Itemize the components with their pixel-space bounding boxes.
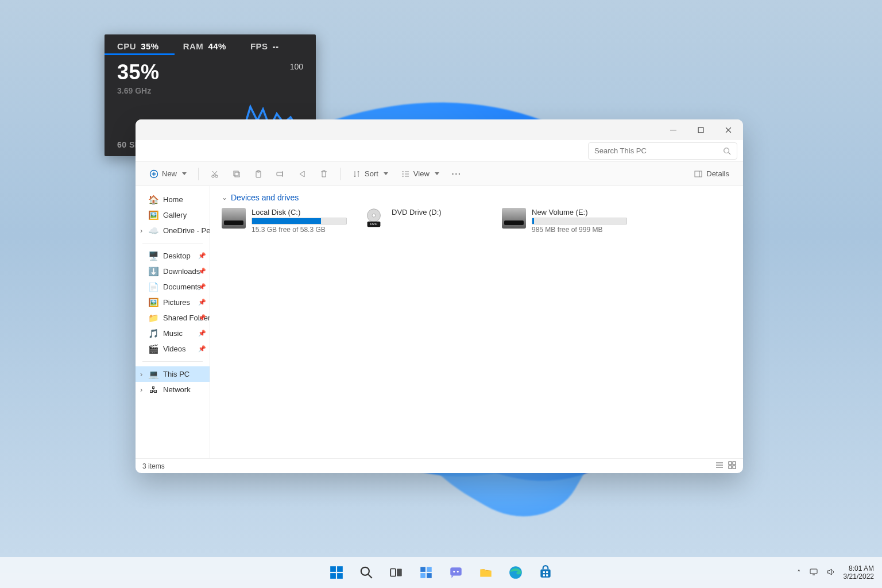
file-explorer-window[interactable]: New Sort View ··· Details 🏠Home🖼️Gallery… [136, 119, 743, 473]
taskbar[interactable]: ˄ 8:01 AM 3/21/2022 [0, 557, 882, 588]
capacity-bar [252, 218, 347, 225]
sidebar-item-home[interactable]: 🏠Home [136, 192, 210, 207]
sidebar-item-label: Home [163, 195, 183, 204]
tab-cpu[interactable]: CPU35% [117, 41, 159, 51]
view-button[interactable]: View [396, 165, 444, 183]
sidebar-item-shared-folders[interactable]: 📁Shared Folders📌 [136, 310, 210, 326]
navigation-sidebar[interactable]: 🏠Home🖼️Gallery☁️OneDrive - Personal 🖥️De… [136, 186, 210, 458]
drive-icon [502, 208, 526, 229]
svg-rect-34 [540, 570, 550, 578]
tab-ram[interactable]: RAM44% [183, 41, 226, 51]
sidebar-item-icon: 📄 [148, 282, 158, 292]
sidebar-item-videos[interactable]: 🎬Videos📌 [136, 341, 210, 357]
sidebar-item-onedrive-personal[interactable]: ☁️OneDrive - Personal [136, 223, 210, 238]
titlebar[interactable] [136, 119, 743, 140]
group-header[interactable]: ⌄ Devices and drives [222, 193, 732, 202]
svg-rect-9 [277, 172, 283, 176]
search-icon [359, 565, 374, 580]
close-button[interactable] [714, 119, 742, 140]
drive-name: DVD Drive (D:) [392, 208, 487, 216]
chat-button[interactable] [443, 560, 469, 585]
svg-point-31 [453, 571, 455, 572]
view-list-button[interactable] [715, 461, 724, 471]
disc-icon: DVD [362, 208, 386, 229]
tray-network-icon[interactable] [809, 567, 818, 578]
sort-button[interactable]: Sort [347, 165, 393, 183]
sidebar-item-music[interactable]: 🎵Music📌 [136, 326, 210, 341]
maximize-button[interactable] [687, 119, 714, 140]
svg-point-23 [361, 567, 369, 575]
sidebar-item-this-pc[interactable]: 💻This PC [136, 366, 210, 382]
tray-chevron-icon[interactable]: ˄ [797, 568, 801, 577]
svg-rect-0 [698, 127, 703, 133]
store-button[interactable] [533, 560, 558, 585]
sidebar-item-gallery[interactable]: 🖼️Gallery [136, 207, 210, 223]
drive-free-space: 985 MB free of 999 MB [532, 226, 627, 234]
command-bar: New Sort View ··· Details [136, 162, 743, 186]
share-button[interactable] [293, 165, 311, 183]
tab-fps[interactable]: FPS-- [250, 41, 279, 51]
content-pane[interactable]: ⌄ Devices and drives Local Disk (C:)15.3… [210, 186, 743, 458]
cut-button[interactable] [206, 165, 224, 183]
start-button[interactable] [324, 560, 349, 585]
sidebar-item-label: OneDrive - Personal [163, 226, 210, 235]
fps-value: -- [273, 41, 279, 51]
sidebar-item-icon: 🖥️ [148, 251, 158, 261]
widgets-button[interactable] [413, 560, 439, 585]
pin-icon: 📌 [198, 268, 206, 275]
copy-icon [232, 169, 241, 179]
svg-text:DVD: DVD [370, 222, 377, 226]
svg-rect-26 [420, 567, 425, 572]
more-button[interactable]: ··· [447, 165, 466, 183]
tray-volume-icon[interactable] [826, 567, 835, 578]
search-box[interactable] [588, 142, 737, 160]
status-bar: 3 items [136, 458, 743, 473]
sidebar-item-icon: 🖼️ [148, 210, 158, 220]
cpu-frequency: 3.69 GHz [117, 86, 303, 95]
svg-rect-35 [543, 571, 545, 573]
svg-rect-22 [337, 573, 343, 579]
paste-button[interactable] [249, 165, 268, 183]
drive-new-volume-e-[interactable]: New Volume (E:)985 MB free of 999 MB [502, 208, 627, 234]
sidebar-item-network[interactable]: 🖧Network [136, 382, 210, 397]
view-tiles-button[interactable] [728, 461, 736, 471]
task-view-button[interactable] [384, 560, 409, 585]
svg-rect-20 [337, 566, 343, 572]
svg-rect-29 [427, 573, 432, 578]
share-icon [297, 169, 307, 179]
drive-name: Local Disk (C:) [252, 208, 347, 216]
details-pane-button[interactable]: Details [689, 165, 734, 183]
drive-icon [222, 208, 246, 229]
plus-circle-icon [149, 169, 158, 179]
new-button[interactable]: New [145, 165, 191, 183]
group-header-label: Devices and drives [231, 193, 299, 202]
drive-local-disk-c-[interactable]: Local Disk (C:)15.3 GB free of 58.3 GB [222, 208, 347, 234]
svg-rect-38 [546, 574, 548, 576]
sidebar-item-label: Downloads [163, 267, 200, 276]
svg-rect-10 [695, 171, 702, 177]
minimize-button[interactable] [659, 119, 687, 140]
search-button[interactable] [354, 560, 379, 585]
svg-rect-21 [330, 573, 336, 579]
edge-button[interactable] [503, 560, 528, 585]
rename-button[interactable] [271, 165, 289, 183]
copy-button[interactable] [227, 165, 246, 183]
drive-free-space: 15.3 GB free of 58.3 GB [252, 226, 347, 234]
sidebar-item-documents[interactable]: 📄Documents📌 [136, 279, 210, 295]
view-icon [401, 169, 410, 179]
sidebar-item-desktop[interactable]: 🖥️Desktop📌 [136, 248, 210, 264]
explorer-taskbar-button[interactable] [473, 560, 498, 585]
taskbar-clock[interactable]: 8:01 AM 3/21/2022 [844, 564, 874, 581]
details-label: Details [706, 169, 729, 178]
ram-label: RAM [183, 41, 204, 51]
delete-button[interactable] [315, 165, 333, 183]
svg-rect-25 [397, 569, 402, 577]
svg-rect-36 [546, 571, 548, 573]
pin-icon: 📌 [198, 314, 206, 322]
sidebar-item-pictures[interactable]: 🖼️Pictures📌 [136, 295, 210, 310]
svg-rect-5 [234, 171, 238, 176]
drive-dvd-drive-d-[interactable]: DVDDVD Drive (D:) [362, 208, 487, 234]
sidebar-item-downloads[interactable]: ⬇️Downloads📌 [136, 264, 210, 279]
pin-icon: 📌 [198, 345, 206, 353]
search-input[interactable] [594, 146, 723, 155]
